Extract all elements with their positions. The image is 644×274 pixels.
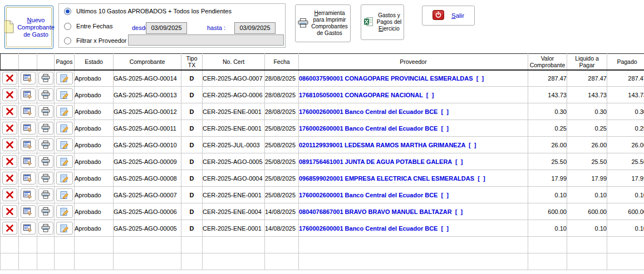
edit-pagos-button[interactable] — [56, 205, 73, 218]
fecha-cell: 28/08/2025 — [265, 87, 299, 103]
print-vouchers-tool-button[interactable]: Herramienta para Imprimir Comprobantes d… — [295, 4, 351, 42]
delete-button[interactable] — [2, 205, 17, 218]
table-row: Aprobado GAS-2025-AGO-00011 D CER-2025-E… — [1, 120, 644, 137]
record-properties-button[interactable] — [21, 155, 36, 168]
radio-filter-proveedor[interactable] — [64, 37, 71, 44]
delete-button[interactable] — [2, 188, 17, 201]
header-comprobante: Comprobante — [114, 54, 181, 70]
estado-cell: Aprobado — [75, 137, 114, 153]
exit-button[interactable]: Salir — [422, 6, 475, 26]
table-row: Aprobado GAS-2025-AGO-00005 D CER-2025-E… — [1, 220, 644, 237]
edit-pagos-button[interactable] — [56, 172, 73, 185]
proveedor-link-cell[interactable]: 0201129939001 LEDESMA RAMOS MARTHA GRIMA… — [299, 137, 528, 153]
delete-button[interactable] — [2, 122, 17, 134]
delete-button[interactable] — [2, 88, 17, 101]
radio-last10[interactable] — [64, 8, 71, 15]
excel-line3: Ejercicio — [377, 26, 401, 32]
record-properties-button[interactable] — [21, 105, 36, 118]
exit-button-label: Salir — [451, 12, 464, 19]
edit-pagos-button[interactable] — [56, 122, 73, 134]
print-record-button[interactable] — [38, 205, 53, 218]
delete-button[interactable] — [2, 155, 17, 168]
record-properties-button[interactable] — [21, 205, 36, 218]
valor-comprobante-cell: 143.73 — [528, 87, 567, 103]
print-record-button[interactable] — [38, 122, 53, 134]
record-properties-button[interactable] — [21, 138, 36, 151]
print-record-button[interactable] — [38, 172, 53, 185]
record-properties-button[interactable] — [21, 88, 36, 101]
radio-between-dates[interactable] — [64, 23, 71, 30]
liquido-a-pagar-cell: 0.25 — [567, 120, 607, 137]
proveedor-filter-input[interactable] — [128, 34, 284, 46]
print-record-button[interactable] — [38, 138, 53, 151]
new-button-line1: Nuevo — [17, 17, 55, 24]
fecha-cell: 25/08/2025 — [265, 170, 299, 187]
edit-pagos-button[interactable] — [56, 222, 73, 235]
table-row: Aprobado GAS-2025-AGO-00006 D CER-2025-E… — [1, 203, 644, 220]
header-tipo-tx: Tipo TX — [181, 54, 203, 70]
edit-pagos-button[interactable] — [56, 138, 73, 151]
print-record-button[interactable] — [38, 88, 53, 101]
new-button-line3: de Gasto — [17, 31, 55, 38]
new-expense-voucher-button[interactable]: Nuevo Comprobante de Gasto — [4, 6, 53, 49]
record-properties-button[interactable] — [21, 72, 36, 84]
hasta-date-field[interactable]: 03/09/2025 — [234, 22, 276, 34]
comprobante-cell: GAS-2025-AGO-00011 — [114, 120, 181, 137]
header-valor-comprobante: Valor Comprobante — [528, 54, 567, 70]
filter-option-last10[interactable]: Ultimos 10 Gastos APROBADOS + Todos los … — [64, 7, 232, 15]
no-cert-cell: CER-2025-AGO-0005 — [203, 153, 265, 170]
liquido-a-pagar-cell: 0.10 — [567, 187, 607, 203]
delete-button[interactable] — [2, 72, 17, 84]
no-cert-cell: CER-2025-ENE-0001 — [203, 220, 265, 237]
edit-pagos-button[interactable] — [56, 155, 73, 168]
proveedor-link-cell[interactable]: 0804076867001 BRAVO BRAVO MANUEL BALTAZA… — [299, 203, 528, 220]
print-record-button[interactable] — [38, 72, 53, 84]
valor-comprobante-cell: 287.47 — [528, 70, 567, 87]
delete-button[interactable] — [2, 138, 17, 151]
pagado-cell: 0.10 — [607, 187, 644, 203]
proveedor-link-cell[interactable]: 1768105050001 CONAGOPARE NACIONAL [ ] — [299, 87, 528, 103]
edit-pagos-button[interactable] — [56, 105, 73, 118]
header-pagos: Pagos — [55, 54, 75, 70]
proveedor-link-cell[interactable]: 1760002600001 Banco Central del Ecuador … — [299, 120, 528, 137]
delete-button[interactable] — [2, 172, 17, 185]
excel-line1: Gastos y — [377, 12, 401, 19]
header-no-cert: No. Cert — [203, 54, 265, 70]
print-record-button[interactable] — [38, 105, 53, 118]
desde-date-field[interactable]: 03/09/2025 — [146, 22, 187, 34]
radio-last10-label: Ultimos 10 Gastos APROBADOS + Todos los … — [76, 8, 232, 14]
proveedor-link-cell[interactable]: 0891756461001 JUNTA DE AGUA POTABLE GALE… — [299, 153, 528, 170]
liquido-a-pagar-cell: 17.99 — [567, 170, 607, 187]
delete-button[interactable] — [2, 105, 17, 118]
header-properties — [19, 54, 37, 70]
delete-button[interactable] — [2, 222, 17, 235]
excel-button-label: Gastos y Pagos del Ejercicio — [377, 12, 401, 32]
valor-comprobante-cell: 17.99 — [528, 170, 567, 187]
print-record-button[interactable] — [38, 222, 53, 235]
record-properties-button[interactable] — [21, 222, 36, 235]
edit-pagos-button[interactable] — [56, 72, 73, 84]
proveedor-link-cell[interactable]: 1760002600001 Banco Central del Ecuador … — [299, 103, 528, 120]
proveedor-link-cell[interactable]: 1760002600001 Banco Central del Ecuador … — [299, 187, 528, 203]
proveedor-link-cell[interactable]: 1760002600001 Banco Central del Ecuador … — [299, 220, 528, 237]
comprobante-cell: GAS-2025-AGO-00007 — [114, 187, 181, 203]
table-row: Aprobado GAS-2025-AGO-00010 D CER-2025-J… — [1, 137, 644, 153]
filter-option-proveedor[interactable]: Filtrar x Proveedor — [64, 37, 127, 44]
valor-comprobante-cell: 600.00 — [528, 203, 567, 220]
proveedor-link-cell[interactable]: 0860037590001 CONAGOPARE PROVINCIAL ESME… — [299, 70, 528, 87]
proveedor-link-cell[interactable]: 0968599020001 EMPRESA ELECTRICA CNEL ESM… — [299, 170, 528, 187]
comprobante-cell: GAS-2025-AGO-00014 — [114, 70, 181, 87]
edit-pagos-button[interactable] — [56, 188, 73, 201]
print-record-button[interactable] — [38, 188, 53, 201]
excel-export-button[interactable]: Gastos y Pagos del Ejercicio — [361, 4, 404, 40]
fecha-cell: 25/08/2025 — [265, 120, 299, 137]
record-properties-button[interactable] — [21, 188, 36, 201]
edit-pagos-button[interactable] — [56, 88, 73, 101]
print-record-button[interactable] — [38, 155, 53, 168]
filter-option-between-dates[interactable]: Entre Fechas — [64, 22, 112, 30]
estado-cell: Aprobado — [75, 187, 114, 203]
expense-table-body: Aprobado GAS-2025-AGO-00014 D CER-2025-A… — [1, 70, 644, 270]
record-properties-button[interactable] — [21, 172, 36, 185]
no-cert-cell: CER-2025-ENE-0001 — [203, 120, 265, 137]
record-properties-button[interactable] — [21, 122, 36, 134]
